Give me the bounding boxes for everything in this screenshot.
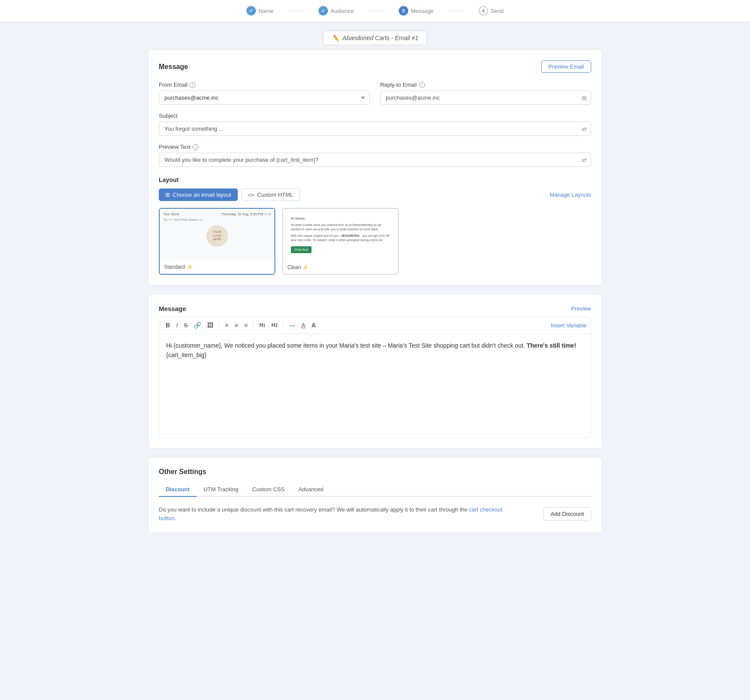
other-settings-title: Other Settings <box>159 468 591 476</box>
message-card: Message Preview Email From Email i purch… <box>148 50 602 286</box>
email-fields-row: From Email i purchases@acme.inc Reply-to… <box>159 82 591 105</box>
h1-button[interactable]: H1 <box>257 321 268 330</box>
font-size-button[interactable]: A <box>309 320 318 330</box>
editor-preview-link[interactable]: Preview <box>571 305 591 312</box>
message-card-header: Message Preview Email <box>159 60 591 73</box>
custom-css-tab[interactable]: Custom CSS <box>246 483 292 497</box>
from-email-select[interactable]: purchases@acme.inc <box>159 91 370 105</box>
preview-text-label: Preview Text i <box>159 144 591 150</box>
editor-line-1: Hi {customer_name}, We noticed you place… <box>166 341 584 350</box>
page-title: Abandoned Carts - Email #1 <box>343 35 419 41</box>
main-content: Message Preview Email From Email i purch… <box>138 50 612 550</box>
image-button[interactable]: 🖼 <box>205 320 215 330</box>
preview-logo-box: YOURLOGOHERE <box>206 225 228 247</box>
clean-preview-body: It's been a while since you ordered from… <box>291 223 390 232</box>
step-send-label: Send <box>491 8 504 14</box>
from-email-select-wrapper: purchases@acme.inc <box>159 91 370 105</box>
editor-container: B I S 🔗 🖼 ≡ ≡ ≡ H1 H2 — A A Insert Varia… <box>159 317 591 438</box>
step-name-circle <box>246 6 256 16</box>
clean-preview-shop-btn: Shop Now <box>291 246 312 254</box>
other-settings-card: Other Settings Discount UTM Tracking Cus… <box>148 457 602 533</box>
standard-label-text: Standard <box>164 264 185 270</box>
step-audience-label: Audience <box>331 8 354 14</box>
step-name-label: Name <box>258 8 274 14</box>
preview-email-button[interactable]: Preview Email <box>541 60 591 73</box>
italic-button[interactable]: I <box>174 320 180 330</box>
standard-preview-inner: Your Store Thursday, 31 Aug, 9:55 PM ☆ ↩… <box>160 209 274 261</box>
reply-to-email-input-wrapper[interactable]: ⊞ <box>380 91 591 105</box>
add-discount-button[interactable]: Add Discount <box>543 507 591 521</box>
layout-label: Layout <box>159 176 591 183</box>
advanced-tab[interactable]: Advanced <box>292 483 331 497</box>
utm-tracking-tab[interactable]: UTM Tracking <box>197 483 246 497</box>
message-card-title: Message <box>159 63 188 71</box>
clean-preview-hi: Hi Vernice, <box>291 217 390 221</box>
reply-to-email-info-icon: i <box>419 82 425 88</box>
subject-group: Subject ⇄ <box>159 113 591 136</box>
discount-tab[interactable]: Discount <box>159 483 197 497</box>
page-title-bar: ✏️ Abandoned Carts - Email #1 <box>0 22 750 50</box>
strikethrough-button[interactable]: S <box>182 320 190 330</box>
editor-section-title: Message <box>159 305 186 312</box>
horizontal-rule-button[interactable]: — <box>287 320 297 330</box>
code-icon: </> <box>248 192 255 198</box>
editor-section-header: Message Preview <box>159 305 591 312</box>
discount-settings-content: Do you want to include a unique discount… <box>159 505 591 522</box>
bold-button[interactable]: B <box>164 320 172 330</box>
editor-bold-text: There's still time! <box>526 342 576 349</box>
insert-variable-button[interactable]: Insert Variable <box>551 322 586 329</box>
choose-layout-tab[interactable]: ⊞ Choose an email layout <box>159 188 238 201</box>
subject-personalize-icon: ⇄ <box>582 126 587 132</box>
preview-text-info-icon: i <box>192 144 199 150</box>
cart-checkout-link[interactable]: cart checkout button <box>159 506 502 521</box>
layout-tabs: ⊞ Choose an email layout </> Custom HTML… <box>159 188 591 201</box>
clean-preview-content: Hi Vernice, It's been a while since you … <box>287 212 394 257</box>
h2-button[interactable]: H2 <box>269 321 280 330</box>
editor-line-2: {cart_item_big} <box>166 350 584 360</box>
clean-preview-coupon: With this unique coupon just for you - 9… <box>291 234 390 243</box>
reply-to-email-label: Reply-to Email i <box>380 82 591 88</box>
step-send[interactable]: 4 Send <box>479 6 504 16</box>
standard-layout-preview[interactable]: Your Store Thursday, 31 Aug, 9:55 PM ☆ ↩… <box>159 208 275 275</box>
step-message-label: Message <box>411 8 434 14</box>
edit-icon: ✏️ <box>332 35 339 41</box>
layout-section: Layout ⊞ Choose an email layout </> Cust… <box>159 176 591 275</box>
clean-layout-label: Clean ⚡ <box>283 261 398 274</box>
reply-to-email-icon: ⊞ <box>582 94 587 101</box>
preview-email-header: Your Store Thursday, 31 Aug, 9:55 PM ☆ ↩ <box>163 212 271 216</box>
clean-layout-preview[interactable]: Hi Vernice, It's been a while since you … <box>282 208 399 275</box>
step-connector-1 <box>287 11 305 11</box>
lightning-icon: ⚡ <box>187 264 193 270</box>
preview-date: Thursday, 31 Aug, 9:55 PM ☆ ↩ <box>221 212 271 216</box>
reply-to-email-group: Reply-to Email i ⊞ <box>380 82 591 105</box>
page-title-box[interactable]: ✏️ Abandoned Carts - Email #1 <box>323 31 428 45</box>
step-name[interactable]: Name <box>246 6 274 16</box>
font-color-button[interactable]: A <box>299 320 307 330</box>
preview-store-name: Your Store <box>163 212 180 216</box>
unordered-list-button[interactable]: ≡ <box>223 320 230 330</box>
custom-html-tab[interactable]: </> Custom HTML <box>241 188 300 201</box>
manage-layouts-link[interactable]: Manage Layouts <box>550 191 591 198</box>
clean-label-text: Clean <box>287 264 301 270</box>
preview-text-group: Preview Text i ⇄ <box>159 144 591 167</box>
subject-input-wrapper: ⇄ <box>159 122 591 136</box>
editor-content-area[interactable]: Hi {customer_name}, We noticed you place… <box>159 334 591 437</box>
preview-to-line: To: << Test First Name >> <box>163 218 271 222</box>
indent-button[interactable]: ≡ <box>242 320 250 330</box>
preview-text-input-wrapper: ⇄ <box>159 153 591 167</box>
clean-lightning-icon: ⚡ <box>303 265 309 270</box>
editor-card: Message Preview B I S 🔗 🖼 ≡ ≡ ≡ H1 H2 — … <box>148 294 602 449</box>
reply-to-email-input[interactable] <box>380 91 591 105</box>
ordered-list-button[interactable]: ≡ <box>233 320 240 330</box>
step-audience[interactable]: Audience <box>318 6 354 16</box>
link-button[interactable]: 🔗 <box>192 320 203 330</box>
clean-preview-inner: Hi Vernice, It's been a while since you … <box>283 209 398 261</box>
standard-layout-label: Standard ⚡ <box>160 261 274 273</box>
from-email-label: From Email i <box>159 82 370 88</box>
subject-input[interactable] <box>159 122 591 136</box>
from-email-info-icon: i <box>189 82 195 88</box>
preview-logo-text: YOURLOGOHERE <box>213 230 222 241</box>
step-send-circle: 4 <box>479 6 488 16</box>
step-message[interactable]: 3 Message <box>399 6 434 16</box>
preview-text-input[interactable] <box>159 153 591 167</box>
